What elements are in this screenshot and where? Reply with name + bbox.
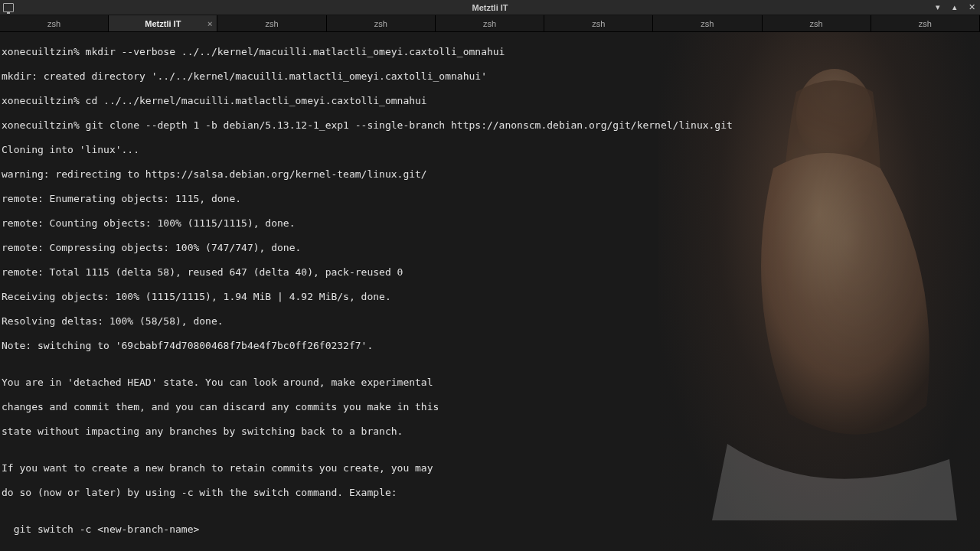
terminal-line: xonecuiltzin% cd ../../kernel/macuilli.m… [2, 95, 978, 107]
terminal-line: Receiving objects: 100% (1115/1115), 1.9… [2, 291, 978, 303]
tab-zsh-5[interactable]: zsh [544, 15, 653, 31]
terminal-line: git switch -c <new-branch-name> [2, 523, 978, 536]
tab-label: zsh [374, 19, 387, 28]
terminal-line: xonecuiltzin% mkdir --verbose ../../kern… [2, 46, 978, 58]
tab-label: Metztli IT [145, 19, 181, 28]
tab-label: zsh [265, 19, 278, 28]
terminal-output[interactable]: xonecuiltzin% mkdir --verbose ../../kern… [0, 32, 980, 551]
terminal-line: remote: Enumerating objects: 1115, done. [2, 193, 978, 205]
window-title: Metztli IT [0, 3, 980, 12]
tab-label: zsh [810, 19, 823, 28]
terminal-line: remote: Total 1115 (delta 58), reused 64… [2, 266, 978, 279]
window-titlebar: Metztli IT ▾ ▴ ✕ [0, 0, 980, 15]
tab-zsh-2[interactable]: zsh [217, 15, 326, 31]
terminal-line: xonecuiltzin% git clone --depth 1 -b deb… [2, 119, 978, 132]
minimize-icon[interactable]: ▾ [933, 2, 943, 13]
tab-metztli-it[interactable]: Metztli IT× [109, 15, 217, 31]
tab-zsh-7[interactable]: zsh [763, 15, 871, 31]
tab-bar: zsh Metztli IT× zsh zsh zsh zsh zsh zsh … [0, 15, 980, 32]
terminal-line: Note: switching to '69cbabf74d70800468f7… [2, 340, 978, 352]
terminal-line: remote: Counting objects: 100% (1115/111… [2, 217, 978, 230]
close-icon[interactable]: ✕ [966, 2, 977, 13]
terminal-line: You are in 'detached HEAD' state. You ca… [2, 377, 978, 389]
terminal-line: Resolving deltas: 100% (58/58), done. [2, 315, 978, 328]
app-icon [3, 2, 14, 13]
terminal-line: state without impacting any branches by … [2, 425, 978, 438]
tab-zsh-1[interactable]: zsh [0, 15, 109, 31]
tab-label: zsh [47, 19, 60, 28]
tab-label: zsh [919, 19, 932, 28]
terminal-line: warning: redirecting to https://salsa.de… [2, 168, 978, 181]
terminal-line: remote: Compressing objects: 100% (747/7… [2, 242, 978, 254]
tab-zsh-6[interactable]: zsh [653, 15, 762, 31]
tab-label: zsh [592, 19, 605, 28]
maximize-icon[interactable]: ▴ [949, 2, 960, 13]
terminal-line: If you want to create a new branch to re… [2, 462, 978, 474]
terminal-line: do so (now or later) by using -c with th… [2, 487, 978, 499]
tab-label: zsh [483, 19, 496, 28]
terminal-line: changes and commit them, and you can dis… [2, 401, 978, 413]
terminal-line: mkdir: created directory '../../kernel/m… [2, 70, 978, 83]
tab-label: zsh [701, 19, 714, 28]
tab-zsh-8[interactable]: zsh [871, 15, 980, 31]
terminal-line: Cloning into 'linux'... [2, 144, 978, 156]
tab-close-icon[interactable]: × [207, 19, 212, 28]
tab-zsh-4[interactable]: zsh [436, 15, 544, 31]
tab-zsh-3[interactable]: zsh [327, 15, 436, 31]
